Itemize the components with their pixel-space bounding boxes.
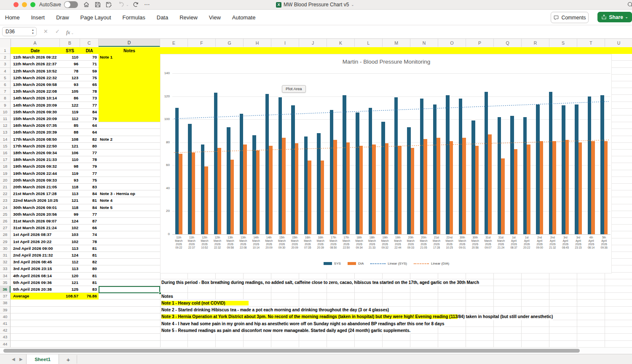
cell-dia-C31[interactable]: 81 xyxy=(80,252,99,259)
column-header-E[interactable]: E xyxy=(160,39,188,47)
row-header-25[interactable]: 25 xyxy=(0,211,11,218)
note-row-42[interactable]: Note 5 - Resumed readings as pain and di… xyxy=(161,327,410,334)
cell-note-D33[interactable] xyxy=(99,265,161,272)
column-header-B[interactable]: B xyxy=(60,39,80,47)
cell-date-A16[interactable]: 18th March 2026 09:34 xyxy=(11,150,60,156)
cell-sys-B19[interactable]: 119 xyxy=(60,170,80,177)
row-header-41[interactable]: 41 xyxy=(0,320,11,327)
row-header-32[interactable]: 32 xyxy=(0,259,11,265)
cell-dia-C9[interactable]: 77 xyxy=(80,102,99,109)
cell-date-A26[interactable]: 31st March 2026 09:07 xyxy=(11,218,60,225)
cell-B40[interactable] xyxy=(60,313,80,320)
cell-dia-C23[interactable]: 81 xyxy=(80,197,99,204)
cell-date-A30[interactable]: 2nd April 2026 09:00 xyxy=(11,245,60,252)
comments-button[interactable]: Comments xyxy=(551,12,589,23)
cell-sys-B5[interactable]: 123 xyxy=(60,75,80,81)
column-header-T[interactable]: T xyxy=(577,39,605,47)
undo-icon[interactable] xyxy=(118,1,125,8)
row-header-44[interactable]: 44 xyxy=(0,341,11,348)
cell-dia-C14[interactable]: 82 xyxy=(80,136,99,143)
cell-note-D21[interactable] xyxy=(99,184,161,190)
cell-note-D32[interactable] xyxy=(99,259,161,265)
cell-note-D29[interactable] xyxy=(99,238,161,245)
note-row-39[interactable]: Note 2 - Started drinking Hibiscus tea -… xyxy=(161,307,389,313)
cell-sys-B9[interactable]: 122 xyxy=(60,102,80,109)
cell-date-A2[interactable]: 11th March 2026 09:22 xyxy=(11,54,60,61)
cell-sys-B30[interactable]: 113 xyxy=(60,245,80,252)
cell-date-A20[interactable]: 20th March 2026 09:33 xyxy=(11,177,60,184)
undo-dropdown-chevron[interactable]: ⌄ xyxy=(126,3,129,7)
row-header-13[interactable]: 13 xyxy=(0,129,11,136)
ribbon-tab-view[interactable]: View xyxy=(209,14,221,21)
cell-sys-B15[interactable]: 121 xyxy=(60,143,80,150)
cell-note-D3[interactable] xyxy=(99,61,161,67)
confirm-entry-icon[interactable]: ✓ xyxy=(55,28,60,35)
cell-date-A10[interactable]: 15th March 2026 09:30 xyxy=(11,109,60,115)
cell-dia-C12[interactable]: 64 xyxy=(80,122,99,129)
cell-date-A36[interactable]: 5th April 2026 20:38 xyxy=(11,286,60,293)
cell-C44[interactable] xyxy=(80,341,99,348)
notes-header[interactable]: Notes xyxy=(161,293,173,300)
column-header-S[interactable]: S xyxy=(549,39,577,47)
cell-dia-C10[interactable]: 84 xyxy=(80,109,99,115)
row-header-3[interactable]: 3 xyxy=(0,61,11,67)
cell-dia-C24[interactable]: 84 xyxy=(80,204,99,211)
cell-note-D5[interactable] xyxy=(99,75,161,81)
row-header-40[interactable]: 40 xyxy=(0,313,11,320)
cell-date-A17[interactable]: 18th March 2026 21:33 xyxy=(11,156,60,163)
cell-dia-C28[interactable]: 74 xyxy=(80,231,99,238)
row-header-37[interactable]: 37 xyxy=(0,293,11,300)
row-header-16[interactable]: 16 xyxy=(0,150,11,156)
cell-dia-C5[interactable]: 75 xyxy=(80,75,99,81)
search-icon[interactable] xyxy=(627,1,632,8)
cell-sys-B11[interactable]: 112 xyxy=(60,115,80,122)
row-header-27[interactable]: 27 xyxy=(0,225,11,231)
cell-D41[interactable] xyxy=(99,320,161,327)
cell-note-D14[interactable]: Note 2 xyxy=(99,136,161,143)
cell-A38[interactable] xyxy=(11,300,60,306)
next-sheet-arrow[interactable]: ▶ xyxy=(19,357,23,361)
column-header-A[interactable]: A xyxy=(11,39,60,47)
cell-sys-B28[interactable]: 103 xyxy=(60,231,80,238)
cell-dia-C8[interactable]: 73 xyxy=(80,95,99,102)
sheet-tab-sheet1[interactable]: Sheet1 xyxy=(26,354,59,364)
ribbon-tab-home[interactable]: Home xyxy=(5,14,20,21)
cell-note-D6[interactable] xyxy=(99,81,161,88)
cell-note-D2[interactable]: Note 1 xyxy=(99,54,161,61)
cell-sys-B22[interactable]: 113 xyxy=(60,190,80,197)
cell-date-A11[interactable]: 15th March 2026 20:09 xyxy=(11,115,60,122)
row-header-12[interactable]: 12 xyxy=(0,122,11,129)
name-box[interactable]: D36 ▲▼ xyxy=(2,27,37,36)
cell-note-D27[interactable] xyxy=(99,225,161,231)
cell-note-D24[interactable]: Note 5 xyxy=(99,204,161,211)
cell-date-A9[interactable]: 14th March 2026 20:09 xyxy=(11,102,60,109)
cell-note-D8[interactable] xyxy=(99,95,161,102)
cell-date-A14[interactable]: 17th March 2026 08:50 xyxy=(11,136,60,143)
cell-dia-C32[interactable]: 82 xyxy=(80,259,99,265)
save-as-icon[interactable] xyxy=(105,1,112,8)
cell-note-D17[interactable] xyxy=(99,156,161,163)
cell-date-A7[interactable]: 13th March 2026 22:08 xyxy=(11,88,60,95)
cell-date-A24[interactable]: 30th March 2026 09:01 xyxy=(11,204,60,211)
period-note[interactable]: During this period - Box breathing durin… xyxy=(161,279,479,286)
row-header-30[interactable]: 30 xyxy=(0,245,11,252)
ribbon-tab-automate[interactable]: Automate xyxy=(232,14,256,21)
cell-B39[interactable] xyxy=(60,307,80,313)
cell-sys-B2[interactable]: 110 xyxy=(60,54,80,61)
cell-A43[interactable] xyxy=(11,334,60,340)
ribbon-tab-formulas[interactable]: Formulas xyxy=(123,14,145,21)
cell-sys-B8[interactable]: 86 xyxy=(60,95,80,102)
name-box-stepper[interactable]: ▲▼ xyxy=(32,28,34,35)
select-all-corner[interactable] xyxy=(0,39,11,47)
cell-note-D13[interactable] xyxy=(99,129,161,136)
cell-sys-B34[interactable]: 120 xyxy=(60,273,80,279)
ribbon-tab-insert[interactable]: Insert xyxy=(31,14,45,21)
cell-date-A5[interactable]: 12th March 2026 22:32 xyxy=(11,75,60,81)
cell-date-A18[interactable]: 19th March 2026 09:32 xyxy=(11,163,60,170)
cell-D37[interactable] xyxy=(99,293,161,300)
cell-C42[interactable] xyxy=(80,327,99,334)
cell-D39[interactable] xyxy=(99,307,161,313)
cell-sys-B36[interactable]: 125 xyxy=(60,286,80,293)
cell-date-A22[interactable]: 21st March 2026 17:28 xyxy=(11,190,60,197)
cell-date-A3[interactable]: 11th March 2026 22:37 xyxy=(11,61,60,67)
